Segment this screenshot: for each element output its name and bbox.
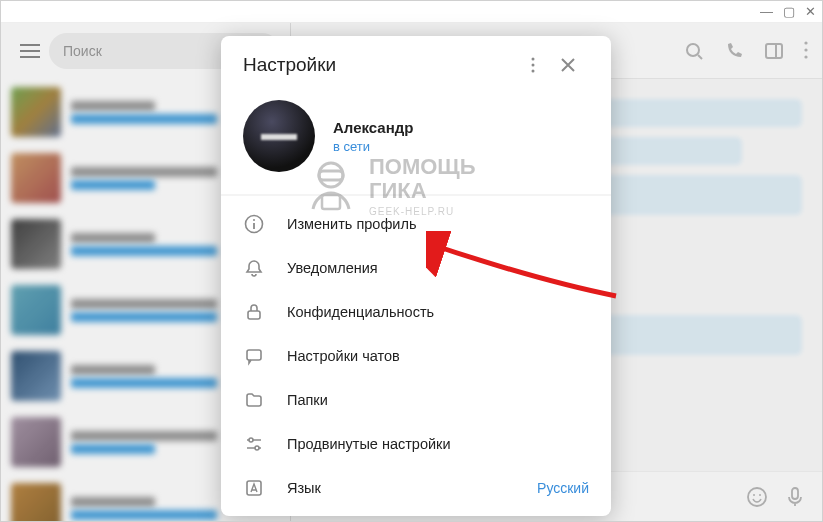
- notifications-item[interactable]: Уведомления: [221, 246, 611, 290]
- chat-settings-item[interactable]: Настройки чатов: [221, 334, 611, 378]
- svg-point-11: [532, 70, 535, 73]
- modal-title: Настройки: [243, 54, 531, 76]
- window-titlebar: — ▢ ✕: [1, 1, 822, 23]
- modal-header: Настройки: [221, 36, 611, 86]
- settings-modal: Настройки Александр в сети Изменить проф…: [221, 36, 611, 516]
- avatar[interactable]: [243, 100, 315, 172]
- folder-icon: [243, 390, 265, 410]
- edit-profile-item[interactable]: Изменить профиль: [221, 202, 611, 246]
- chat-icon: [243, 346, 265, 366]
- info-icon: [243, 214, 265, 234]
- window-close-icon[interactable]: ✕: [805, 5, 816, 18]
- advanced-item[interactable]: Продвинутые настройки: [221, 422, 611, 466]
- svg-rect-14: [248, 311, 260, 319]
- svg-rect-15: [247, 350, 261, 360]
- language-item[interactable]: Язык Русский: [221, 466, 611, 510]
- menu-label: Изменить профиль: [287, 216, 416, 232]
- profile-status: в сети: [333, 139, 413, 154]
- menu-label: Продвинутые настройки: [287, 436, 451, 452]
- svg-point-9: [532, 58, 535, 61]
- folders-item[interactable]: Папки: [221, 378, 611, 422]
- menu-label: Настройки чатов: [287, 348, 400, 364]
- modal-close-icon[interactable]: [561, 58, 591, 72]
- sliders-icon: [243, 434, 265, 454]
- profile-section[interactable]: Александр в сети: [221, 86, 611, 194]
- settings-menu: Изменить профиль Уведомления Конфиденциа…: [221, 196, 611, 516]
- language-value: Русский: [537, 480, 589, 496]
- svg-point-16: [249, 438, 253, 442]
- menu-label: Конфиденциальность: [287, 304, 434, 320]
- menu-label: Язык: [287, 480, 321, 496]
- bell-icon: [243, 258, 265, 278]
- minimize-icon[interactable]: —: [760, 5, 773, 18]
- maximize-icon[interactable]: ▢: [783, 5, 795, 18]
- menu-label: Уведомления: [287, 260, 378, 276]
- modal-more-icon[interactable]: [531, 57, 561, 73]
- svg-point-17: [255, 446, 259, 450]
- menu-label: Папки: [287, 392, 328, 408]
- privacy-item[interactable]: Конфиденциальность: [221, 290, 611, 334]
- language-icon: [243, 478, 265, 498]
- svg-point-10: [532, 64, 535, 67]
- svg-point-13: [253, 219, 255, 221]
- profile-name: Александр: [333, 119, 413, 136]
- lock-icon: [243, 302, 265, 322]
